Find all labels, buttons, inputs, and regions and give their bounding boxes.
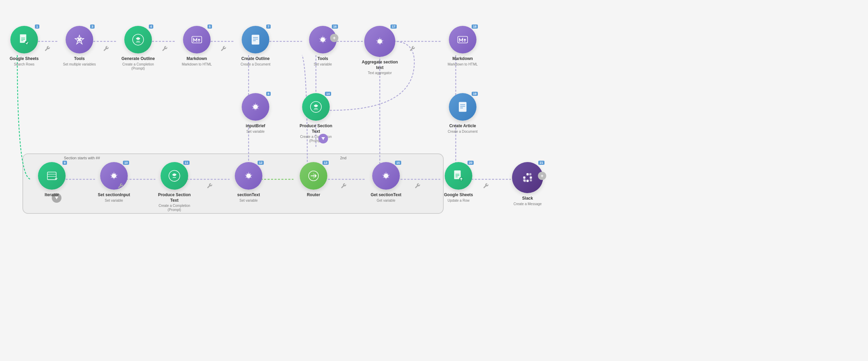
node-produce-section-14[interactable]: 14 Produce Section Text Create a Complet… bbox=[295, 93, 337, 143]
wrench-icon-3-4 bbox=[103, 46, 109, 52]
wrench-icon-13-15 bbox=[340, 183, 347, 189]
node-tools-3[interactable]: 3 Tools Set multiple variables bbox=[59, 26, 100, 67]
svg-rect-68 bbox=[524, 180, 526, 182]
filter-14[interactable] bbox=[318, 134, 328, 143]
svg-point-29 bbox=[25, 41, 29, 45]
svg-rect-44 bbox=[459, 102, 466, 112]
node-create-article-19[interactable]: 19 Create Article Create a Document bbox=[442, 93, 483, 134]
add-btn-21[interactable]: + bbox=[538, 172, 546, 180]
add-btn-16[interactable]: + bbox=[330, 34, 338, 42]
node-produce-section-11[interactable]: 11 Produce Section Text Create a Complet… bbox=[154, 162, 195, 212]
node-tools-16[interactable]: 16 Tools Set variable bbox=[302, 26, 344, 67]
badge-1: 1 bbox=[35, 24, 39, 29]
node-create-outline-7[interactable]: 7 Create Outline Create a Document bbox=[235, 26, 276, 67]
node-router-13[interactable]: 13 Router bbox=[293, 162, 334, 199]
node-generate-outline-4[interactable]: 4 Generate Outline Create a Completion (… bbox=[117, 26, 159, 71]
svg-rect-61 bbox=[523, 177, 525, 179]
node-slack-21[interactable]: 21 Slack Create a Message bbox=[507, 162, 548, 206]
node-inputbrief-8[interactable]: 8 inputBrief Set variable bbox=[235, 93, 276, 134]
wrench-icon-5-7 bbox=[220, 46, 226, 52]
svg-rect-48 bbox=[47, 172, 56, 180]
node-google-sheets-1[interactable]: 1 Google Sheets Search Rows bbox=[3, 26, 45, 67]
wrench-icon-15-20 bbox=[414, 183, 421, 189]
node-aggregate-17[interactable]: 17 Aggregate section text Text aggregato… bbox=[359, 26, 401, 75]
wrench-icon-17-18 bbox=[409, 46, 415, 52]
wrench-icon-11-12 bbox=[206, 183, 213, 189]
wrench-icon-1-3 bbox=[44, 46, 50, 52]
svg-rect-63 bbox=[527, 173, 529, 175]
wrench-icon-10-11 bbox=[117, 183, 124, 189]
label-node-1: Google Sheets bbox=[10, 56, 39, 62]
svg-rect-66 bbox=[530, 179, 532, 181]
svg-rect-64 bbox=[529, 173, 531, 175]
svg-rect-65 bbox=[530, 177, 532, 179]
node-section-text-12[interactable]: 12 sectionText Set variable bbox=[228, 162, 269, 203]
wrench-icon-20-21 bbox=[483, 183, 489, 189]
node-get-section-text-15[interactable]: 15 Get sectionText Get variable bbox=[365, 162, 407, 203]
svg-rect-34 bbox=[252, 35, 259, 45]
svg-rect-67 bbox=[527, 180, 529, 182]
node-iterator-9[interactable]: 9 Iterator bbox=[31, 162, 73, 199]
section-starts-label: Section starts with ## bbox=[64, 156, 100, 160]
sublabel-node-1: Search Rows bbox=[14, 62, 34, 67]
node-markdown-5[interactable]: 5 Markdown Markdown to HTML bbox=[176, 26, 218, 67]
node-set-section-input-10[interactable]: 10 Set sectionInput Set variable bbox=[93, 162, 135, 203]
wrench-icon-4-5 bbox=[162, 46, 168, 52]
second-label: 2nd bbox=[340, 156, 346, 160]
node-google-sheets-20[interactable]: 20 Google Sheets Update a Row bbox=[438, 162, 479, 203]
node-markdown-18[interactable]: 18 Markdown Markdown to HTML bbox=[442, 26, 483, 67]
